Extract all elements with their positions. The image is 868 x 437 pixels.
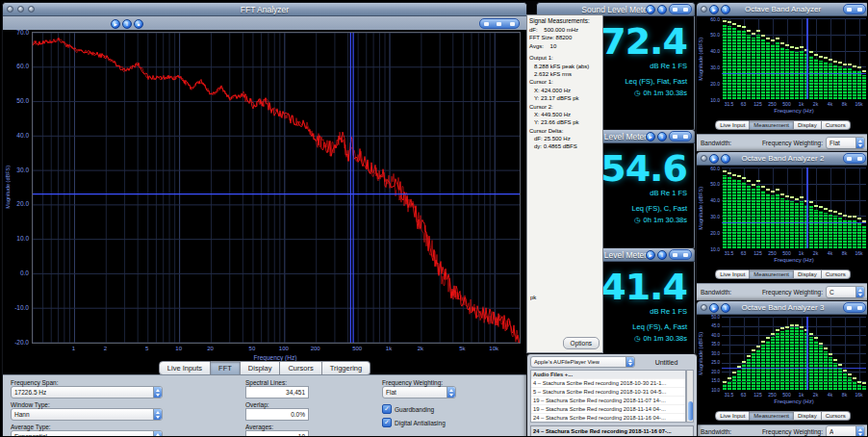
average-type-popup[interactable]: Exponential: [11, 430, 163, 437]
checkbox-checked-icon[interactable]: ✓: [382, 404, 392, 414]
play-icon[interactable]: ▶: [111, 19, 120, 29]
x-tick-label: 100: [275, 346, 293, 351]
play-icon[interactable]: ▶: [709, 154, 719, 164]
tab-display[interactable]: Display: [794, 411, 822, 421]
window-minimize-icon[interactable]: [17, 6, 24, 13]
octave-plot[interactable]: [722, 167, 866, 248]
view-selector-popup[interactable]: Apple's AUFilePlayer View: [530, 356, 635, 368]
tab-cursors[interactable]: Cursors: [280, 361, 321, 375]
selected-file[interactable]: 24 – Stachura Scribe Red recording 2018-…: [530, 425, 694, 437]
octave-plot[interactable]: [722, 317, 866, 390]
view-toggle-capsule[interactable]: [479, 18, 520, 29]
tab-fft[interactable]: FFT: [211, 361, 241, 375]
frequency-span-popup[interactable]: 17226.5 Hz: [11, 386, 163, 398]
window-close-icon[interactable]: [701, 6, 707, 13]
frequency-weighting-popup[interactable]: Flat: [826, 137, 865, 149]
audio-file-row[interactable]: 19 – Stachura Scribe Red recording 2018-…: [531, 405, 685, 414]
play-icon[interactable]: ▶: [646, 132, 655, 141]
tab-display[interactable]: Display: [794, 120, 822, 130]
cursor-horizontal[interactable]: [722, 222, 866, 223]
cursor-horizontal[interactable]: [722, 368, 866, 369]
play-icon[interactable]: ▶: [646, 250, 655, 260]
window-zoom-icon[interactable]: [28, 6, 35, 13]
tab-cursors[interactable]: Cursors: [822, 270, 851, 279]
tab-cursors[interactable]: Cursors: [822, 120, 851, 130]
options-button[interactable]: Options: [563, 337, 600, 349]
window-close-icon[interactable]: [701, 304, 707, 311]
pause-icon[interactable]: ‖: [657, 250, 667, 260]
audio-file-row[interactable]: 24 – Stachura Scribe Red recording 2018-…: [531, 414, 685, 423]
view-toggle-capsule[interactable]: [669, 131, 692, 141]
gridline-vertical: [859, 317, 860, 390]
frequency-weighting-popup[interactable]: A: [826, 425, 865, 437]
pause-icon[interactable]: ‖: [657, 132, 667, 141]
oba-titlebar[interactable]: ▶ ‖ Octave Band Analyzer 2: [697, 152, 868, 166]
tab-live-inputs[interactable]: Live Inputs: [159, 361, 211, 375]
pause-icon[interactable]: ‖: [657, 5, 667, 14]
averages-field[interactable]: 10: [245, 430, 309, 437]
overlap-field[interactable]: 0.0%: [245, 408, 309, 421]
play-icon[interactable]: ▶: [709, 303, 719, 313]
tab-live-input[interactable]: Live Input: [715, 120, 750, 130]
view-toggle-capsule[interactable]: [669, 249, 692, 260]
play-icon[interactable]: ▶: [709, 5, 719, 14]
cursor-vertical[interactable]: [806, 317, 808, 390]
view-toggle-capsule[interactable]: [843, 4, 866, 14]
cursor-horizontal[interactable]: [722, 73, 866, 74]
audio-file-row[interactable]: 5 – Stachura Scribe Red recording 2018-1…: [531, 388, 685, 397]
tab-display[interactable]: Display: [241, 361, 281, 375]
pause-icon[interactable]: ‖: [721, 303, 730, 313]
tab-measurement[interactable]: Measurement: [750, 270, 794, 279]
measurement-line: dF: 500.000 mHz: [529, 26, 602, 34]
tab-live-input[interactable]: Live Input: [715, 411, 750, 421]
y-tick-label: 25.0: [711, 360, 720, 365]
view-toggle-capsule[interactable]: [669, 4, 692, 14]
octave-bar: [728, 381, 731, 391]
tab-cursors[interactable]: Cursors: [822, 411, 851, 421]
x-axis-ticks: 31.5631252505001k2k4k8k16k: [722, 250, 866, 256]
y-axis-ticks: 70.060.050.040.030.020.010.00.0-10.0-20.…: [11, 32, 30, 342]
pause-icon[interactable]: ‖: [721, 154, 730, 164]
peak-hold-marker: [843, 370, 847, 372]
tab-measurement[interactable]: Measurement: [750, 120, 794, 130]
cursor-vertical[interactable]: [806, 167, 808, 248]
window-close-icon[interactable]: [7, 6, 13, 13]
octave-bar: [766, 42, 770, 99]
peak-hold-marker: [800, 196, 804, 198]
oba-settings-row: Bandwidth: Frequency Weighting: Flat: [697, 134, 868, 151]
octave-plot[interactable]: [722, 18, 866, 99]
peak-hold-marker: [732, 372, 736, 373]
peak-hold-marker: [843, 215, 847, 217]
fft-plot[interactable]: [32, 32, 521, 344]
bandwidth-label: Bandwidth:: [701, 140, 731, 146]
spectral-lines-field[interactable]: 34,451: [245, 386, 309, 398]
window-close-icon[interactable]: [701, 155, 707, 162]
pause-icon[interactable]: ‖: [122, 19, 132, 29]
octave-bar: [732, 28, 736, 99]
view-toggle-capsule[interactable]: [843, 302, 866, 313]
tab-display[interactable]: Display: [794, 270, 822, 279]
audio-file-row[interactable]: 19 – Stachura Scribe Red recording 2018-…: [531, 397, 685, 405]
scrollbar[interactable]: [686, 370, 694, 423]
level-mode: Leq (FS), A, Fast: [632, 322, 687, 331]
window-type-popup[interactable]: Hann: [11, 408, 163, 421]
audio-files-group-header[interactable]: Audio Files +...: [531, 371, 685, 379]
stop-icon[interactable]: ■: [134, 19, 143, 29]
pause-icon[interactable]: ‖: [721, 5, 730, 14]
scrollbar-thumb[interactable]: [688, 401, 693, 421]
view-toggle-capsule[interactable]: [843, 153, 866, 164]
fft-titlebar[interactable]: FFT Analyzer: [3, 3, 526, 16]
frequency-weighting-popup[interactable]: C: [826, 286, 865, 298]
frequency-weighting-popup[interactable]: Flat: [382, 386, 456, 398]
tab-triggering[interactable]: Triggering: [322, 361, 371, 375]
y-tick-label: 30.0: [710, 214, 720, 219]
checkbox-checked-icon[interactable]: ✓: [382, 418, 392, 427]
tab-live-input[interactable]: Live Input: [715, 270, 750, 279]
play-icon[interactable]: ▶: [646, 5, 655, 14]
oba-titlebar[interactable]: ▶ ‖ Octave Band Analyzer 3: [697, 301, 868, 315]
y-tick-label: 60.0: [710, 166, 720, 171]
audio-file-row[interactable]: 4 – Stachura Scribe Red recording 2018-1…: [531, 379, 685, 388]
tab-measurement[interactable]: Measurement: [750, 411, 794, 421]
cursor-vertical[interactable]: [806, 18, 808, 99]
oba-titlebar[interactable]: ▶ ‖ Octave Band Analyzer: [697, 3, 868, 16]
